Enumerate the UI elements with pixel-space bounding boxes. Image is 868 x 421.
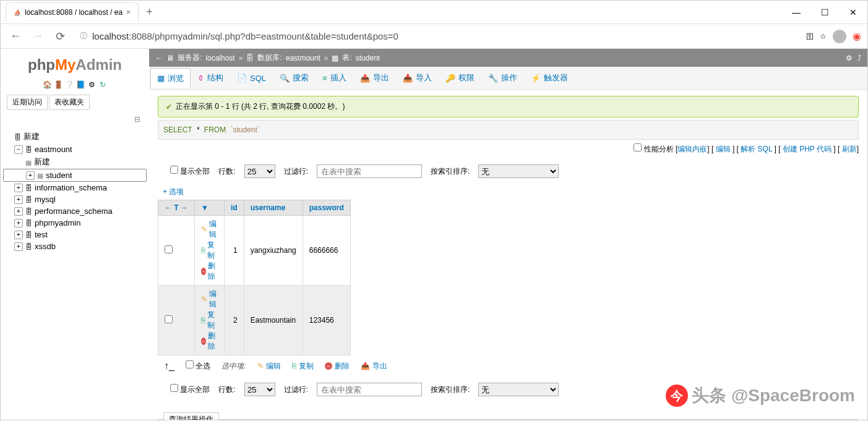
favorites-tab[interactable]: 表收藏夹	[49, 95, 90, 110]
row-delete-button[interactable]: −删除	[201, 331, 218, 352]
tree-table-student[interactable]: +student	[3, 169, 147, 182]
phpmyadmin-favicon: ⛵	[14, 9, 21, 16]
inline-edit-link[interactable]: 编辑内嵌	[677, 145, 707, 153]
rows-select-2[interactable]: 25	[244, 383, 275, 396]
tree-db-mysql[interactable]: +mysql	[3, 193, 147, 205]
copy-icon: ⎘	[292, 362, 296, 370]
tab-triggers[interactable]: ⚡触发器	[524, 68, 575, 88]
tab-browse[interactable]: ▦浏览	[150, 68, 191, 88]
col-password[interactable]: password	[303, 200, 350, 216]
col-checkbox[interactable]: ← T →	[158, 200, 195, 216]
delete-icon: −	[201, 338, 206, 345]
col-username[interactable]: username	[244, 200, 303, 216]
reload-button[interactable]: ⟳	[51, 28, 69, 45]
bulk-delete-button[interactable]: −删除	[325, 361, 350, 372]
tab-sql[interactable]: 📄SQL	[230, 68, 273, 88]
tab-export[interactable]: 📤导出	[353, 68, 396, 88]
tab-structure[interactable]: ⚱结构	[191, 68, 230, 88]
tree-db-performance-schema[interactable]: +performance_schema	[3, 205, 147, 217]
tab-import[interactable]: 📥导入	[396, 68, 439, 88]
bulk-edit-button[interactable]: ✎编辑	[257, 361, 281, 372]
close-window-button[interactable]: ✕	[839, 1, 867, 23]
copy-icon: ⎘	[201, 316, 205, 325]
sql-icon[interactable]: 📘	[75, 80, 85, 90]
logout-icon[interactable]: 🚪	[53, 80, 63, 90]
page-up-icon[interactable]: ⤴	[857, 54, 861, 62]
tab-operations[interactable]: 🔧操作	[481, 68, 524, 88]
panel-toggle-icon[interactable]: ⊟	[3, 113, 147, 126]
bulk-copy-button[interactable]: ⎘复制	[292, 361, 314, 372]
sort-select[interactable]: 无	[478, 164, 559, 178]
back-button[interactable]: ←	[7, 28, 24, 45]
nav-toggle-icon[interactable]: ←	[155, 54, 163, 62]
results-panel-title: 查询结果操作	[163, 412, 219, 420]
rows-select[interactable]: 25	[244, 164, 275, 178]
settings-icon[interactable]: ⚙	[87, 80, 97, 90]
breadcrumb-db[interactable]: eastmount	[286, 54, 320, 62]
tree-new-table[interactable]: 新建	[3, 155, 147, 169]
explain-link[interactable]: 解析 SQL	[741, 145, 772, 153]
success-message: ✔正在显示第 0 - 1 行 (共 2 行, 查询花费 0.0002 秒。)	[158, 96, 859, 117]
delete-icon: −	[201, 268, 206, 275]
watermark-logo-icon: 今	[666, 385, 688, 407]
tab-privileges[interactable]: 🔑权限	[439, 68, 481, 88]
tree-db-phpmyadmin[interactable]: +phpmyadmin	[3, 217, 147, 229]
main-area: ← 🖥 服务器: localhost » 🗄 数据库: eastmount » …	[149, 49, 867, 420]
breadcrumb-table[interactable]: student	[356, 54, 380, 62]
bulk-export-button[interactable]: 📤导出	[361, 361, 387, 372]
page-settings-icon[interactable]: ⚙	[846, 54, 853, 62]
profile-avatar[interactable]	[833, 30, 846, 43]
showall-checkbox[interactable]	[170, 166, 178, 174]
tree-new-db[interactable]: 新建	[3, 130, 147, 143]
extension-icon[interactable]: ◉	[853, 30, 861, 42]
forward-button[interactable]: →	[29, 28, 46, 45]
refresh-link[interactable]: 刷新	[842, 145, 857, 153]
tab-search[interactable]: 🔍搜索	[273, 68, 316, 88]
tab-insert[interactable]: ≡插入	[316, 68, 353, 88]
maximize-button[interactable]: ☐	[810, 1, 839, 23]
star-icon[interactable]: ☆	[820, 32, 827, 41]
pencil-icon: ✎	[257, 362, 264, 370]
col-id[interactable]: id	[225, 200, 244, 216]
tree-db-test[interactable]: +test	[3, 229, 147, 240]
showall-checkbox-2[interactable]	[170, 384, 178, 392]
sort-select-2[interactable]: 无	[478, 383, 559, 396]
row-edit-button[interactable]: ✎编辑	[201, 219, 218, 240]
filter-input[interactable]	[317, 164, 422, 178]
options-link[interactable]: + 选项	[158, 184, 859, 200]
select-arrow-icon: ↑_	[164, 360, 174, 372]
recent-tab[interactable]: 近期访问	[7, 95, 48, 110]
tree-db-information-schema[interactable]: +information_schema	[3, 182, 147, 193]
php-link[interactable]: 创建 PHP 代码	[783, 145, 831, 153]
table-row: ✎编辑 ⎘复制 −删除 1 yangxiuzhang 6666666	[158, 216, 351, 286]
docs-icon[interactable]: ❔	[64, 80, 74, 90]
new-tab-button[interactable]: +	[146, 6, 153, 19]
tree-db-xssdb[interactable]: +xssdb	[3, 240, 147, 252]
profiling-checkbox[interactable]	[634, 143, 642, 151]
copy-icon: ⎘	[201, 246, 205, 255]
sql-query-display: SELECT * FROM `student`	[158, 120, 859, 140]
row-checkbox[interactable]	[165, 315, 173, 323]
row-delete-button[interactable]: −删除	[201, 261, 218, 282]
tree-db-eastmount[interactable]: −eastmount	[3, 143, 147, 155]
top-tabs: ▦浏览 ⚱结构 📄SQL 🔍搜索 ≡插入 📤导出 📥导入 🔑权限 🔧操作 ⚡触发…	[149, 67, 867, 90]
col-actions: ▼	[195, 200, 225, 216]
row-edit-button[interactable]: ✎编辑	[201, 289, 218, 310]
minimize-button[interactable]: —	[782, 1, 810, 23]
breadcrumb-server[interactable]: localhost	[205, 54, 234, 62]
url-field[interactable]: ⓘ localhost:8088/phpmyadmin/sql.php?db=e…	[74, 28, 801, 44]
reload-icon[interactable]: ↻	[98, 80, 108, 90]
watermark: 今头条 @SpaceBroom	[666, 384, 855, 407]
selectall-checkbox[interactable]	[186, 360, 194, 368]
row-checkbox[interactable]	[165, 245, 173, 253]
tab-title: localhost:8088 / localhost / ea	[25, 8, 122, 17]
server-icon: 🖥	[166, 54, 174, 62]
key-icon[interactable]: ⚿	[806, 32, 814, 41]
filter-input-2[interactable]	[317, 383, 422, 396]
browser-tab[interactable]: ⛵ localhost:8088 / localhost / ea ×	[6, 2, 139, 22]
home-icon[interactable]: 🏠	[42, 80, 52, 90]
row-copy-button[interactable]: ⎘复制	[201, 310, 218, 331]
tab-close-icon[interactable]: ×	[126, 8, 131, 17]
row-copy-button[interactable]: ⎘复制	[201, 240, 218, 261]
edit-link[interactable]: 编辑	[716, 145, 731, 153]
